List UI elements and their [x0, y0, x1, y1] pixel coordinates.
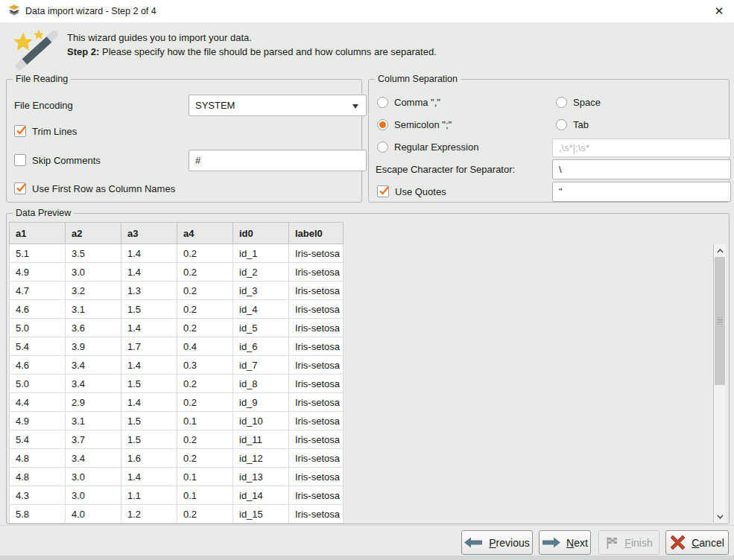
- first-row-checkbox-row[interactable]: Use First Row as Column Names: [14, 182, 175, 194]
- table-cell: id_1: [233, 244, 289, 263]
- table-row[interactable]: 4.63.11.50.2id_4Iris-setosa: [10, 300, 344, 319]
- semicolon-radio[interactable]: [377, 119, 388, 130]
- column-header[interactable]: a4: [177, 223, 233, 244]
- comment-char-input[interactable]: #: [189, 150, 367, 171]
- window-title: Data import wizard - Step 2 of 4: [25, 0, 156, 22]
- table-row[interactable]: 4.63.41.40.3id_7Iris-setosa: [10, 356, 344, 375]
- escape-char-input[interactable]: \: [552, 159, 731, 179]
- table-cell: Iris-setosa: [289, 300, 344, 319]
- data-preview-title: Data Preview: [13, 208, 74, 218]
- regex-radio[interactable]: [377, 141, 388, 153]
- skip-comments-label: Skip Comments: [32, 155, 101, 166]
- table-row[interactable]: 4.83.01.40.1id_13Iris-setosa: [10, 468, 344, 486]
- finish-button[interactable]: Finish: [598, 530, 659, 555]
- cancel-x-icon: [670, 535, 686, 550]
- star-small: [34, 30, 44, 39]
- tab-radio[interactable]: [556, 119, 567, 130]
- column-header[interactable]: a3: [121, 223, 177, 244]
- column-header[interactable]: a2: [66, 223, 121, 244]
- table-row[interactable]: 4.33.01.10.1id_14Iris-setosa: [10, 486, 344, 505]
- table-row[interactable]: 5.03.61.40.2id_5Iris-setosa: [10, 319, 344, 337]
- column-separation-title: Column Separation: [375, 74, 461, 84]
- table-cell: 4.4: [10, 393, 66, 412]
- app-logo-icon: [7, 4, 21, 18]
- table-cell: 0.1: [177, 486, 233, 505]
- skip-comments-checkbox-row[interactable]: Skip Comments: [14, 154, 101, 166]
- comma-radio-row[interactable]: Comma ",": [377, 97, 440, 108]
- table-cell: 3.0: [66, 468, 121, 486]
- table-cell: 4.8: [10, 468, 66, 486]
- tab-radio-row[interactable]: Tab: [556, 119, 589, 130]
- scrollbar-thumb[interactable]: [715, 257, 725, 385]
- table-cell: 1.4: [121, 356, 177, 375]
- regex-input: ,\s*|;\s*: [552, 139, 731, 157]
- star-large: [13, 33, 33, 51]
- vertical-scrollbar[interactable]: [713, 244, 726, 523]
- file-encoding-label: File Encoding: [14, 95, 73, 115]
- table-cell: 4.9: [10, 263, 66, 281]
- table-cell: id_3: [233, 281, 289, 300]
- table-row[interactable]: 5.03.41.50.2id_8Iris-setosa: [10, 375, 344, 393]
- table-cell: Iris-setosa: [289, 505, 344, 524]
- title-bar: Data import wizard - Step 2 of 4 ✕: [0, 0, 734, 23]
- table-row[interactable]: 5.84.01.20.2id_15Iris-setosa: [10, 505, 344, 524]
- table-cell: 0.1: [177, 412, 233, 430]
- flag-icon: [605, 536, 618, 550]
- wizard-description: This wizard guides you to import your da…: [67, 31, 437, 59]
- cancel-button[interactable]: Cancel: [665, 530, 729, 555]
- table-row[interactable]: 4.73.21.30.2id_3Iris-setosa: [10, 281, 344, 300]
- next-button[interactable]: Next: [539, 530, 591, 555]
- check-icon: [15, 124, 28, 137]
- table-cell: 5.0: [10, 319, 66, 337]
- semicolon-radio-row[interactable]: Semicolon ";": [377, 119, 452, 130]
- table-cell: Iris-setosa: [289, 486, 344, 505]
- quote-char-input[interactable]: ": [552, 182, 731, 202]
- table-row[interactable]: 5.43.91.70.4id_6Iris-setosa: [10, 337, 344, 356]
- skip-comments-checkbox[interactable]: [14, 154, 26, 166]
- comment-char-value: #: [195, 155, 200, 166]
- table-row[interactable]: 5.13.51.40.2id_1Iris-setosa: [10, 244, 344, 263]
- scroll-up-icon[interactable]: [714, 245, 726, 256]
- data-import-wizard-dialog: Data import wizard - Step 2 of 4 ✕ This …: [0, 0, 734, 560]
- space-radio-row[interactable]: Space: [556, 97, 601, 108]
- table-cell: 1.5: [121, 300, 177, 319]
- table-cell: 1.5: [121, 430, 177, 449]
- table-cell: 1.6: [121, 449, 177, 468]
- table-cell: Iris-setosa: [289, 281, 344, 300]
- table-row[interactable]: 4.83.41.60.2id_12Iris-setosa: [10, 449, 344, 468]
- file-encoding-select[interactable]: SYSTEM: [189, 95, 367, 116]
- column-header[interactable]: a1: [10, 223, 66, 244]
- previous-button[interactable]: Previous: [461, 530, 533, 555]
- table-cell: 5.4: [10, 430, 66, 449]
- use-quotes-checkbox-row[interactable]: Use Quotes: [377, 185, 446, 197]
- table-row[interactable]: 4.93.11.50.1id_10Iris-setosa: [10, 412, 344, 430]
- previous-label: Previous: [489, 537, 529, 549]
- chevron-down-icon: [352, 104, 358, 109]
- table-cell: 3.2: [66, 281, 121, 300]
- space-radio[interactable]: [556, 97, 567, 108]
- window-bottom-edge: [0, 556, 734, 560]
- close-icon[interactable]: ✕: [713, 5, 725, 17]
- use-quotes-checkbox[interactable]: [377, 185, 389, 197]
- table-cell: id_11: [233, 430, 289, 449]
- comma-radio[interactable]: [377, 97, 388, 108]
- trim-lines-checkbox[interactable]: [14, 125, 26, 137]
- preview-table: a1a2a3a4id0label0 5.13.51.40.2id_1Iris-s…: [9, 222, 344, 524]
- table-row[interactable]: 4.42.91.40.2id_9Iris-setosa: [10, 393, 344, 412]
- column-header[interactable]: label0: [289, 223, 344, 244]
- magic-wand-icon: [10, 27, 60, 70]
- table-cell: 0.2: [177, 319, 233, 337]
- scroll-down-icon[interactable]: [714, 511, 726, 522]
- table-cell: 1.5: [121, 412, 177, 430]
- wizard-description-line1: This wizard guides you to import your da…: [67, 31, 437, 45]
- table-cell: 3.9: [66, 337, 121, 356]
- table-row[interactable]: 5.43.71.50.2id_11Iris-setosa: [10, 430, 344, 449]
- column-header[interactable]: id0: [233, 223, 289, 244]
- trim-lines-checkbox-row[interactable]: Trim Lines: [14, 125, 77, 137]
- table-cell: 3.0: [66, 486, 121, 505]
- table-cell: 3.4: [66, 375, 121, 393]
- table-row[interactable]: 4.93.01.40.2id_2Iris-setosa: [10, 263, 344, 281]
- first-row-checkbox[interactable]: [14, 182, 26, 194]
- regex-radio-row[interactable]: Regular Expression: [377, 141, 478, 153]
- table-cell: Iris-setosa: [289, 375, 344, 393]
